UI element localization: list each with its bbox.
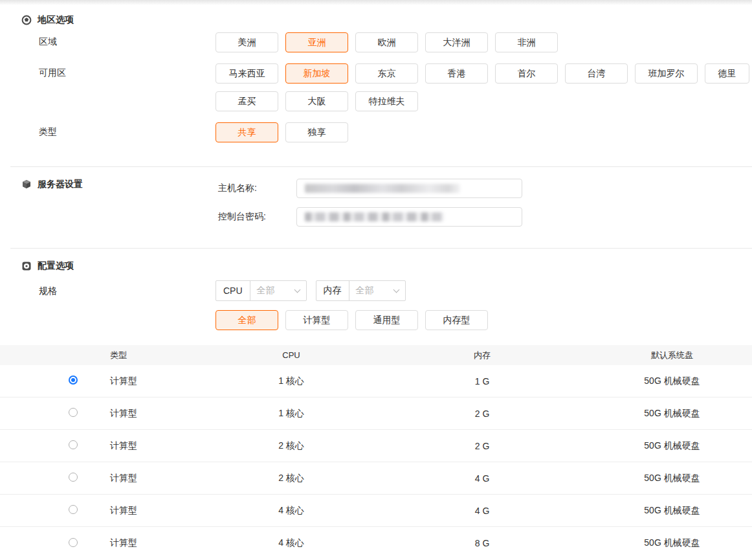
region-section-title-text: 地区选项 [38, 14, 74, 26]
type-option-dedicated[interactable]: 独享 [285, 122, 348, 142]
zone-option-tokyo[interactable]: 东京 [355, 63, 418, 84]
hostname-redacted-value [305, 184, 460, 193]
cell-memory: 1 G [372, 376, 592, 386]
top-shadow [0, 0, 752, 5]
spec-radio[interactable] [69, 538, 78, 547]
region-section-title: 地区选项 [21, 14, 752, 26]
spec-table-header: 类型 CPU 内存 默认系统盘 [0, 345, 752, 365]
hostname-label: 主机名称: [218, 183, 296, 194]
spec-row[interactable]: 计算型 4 核心 4 G 50G 机械硬盘 [0, 495, 752, 527]
cell-type: 计算型 [91, 375, 210, 387]
area-option-oceania[interactable]: 大洋洲 [425, 32, 488, 52]
spec-label: 规格 [39, 280, 216, 297]
console-password-redacted-value [305, 212, 444, 221]
spec-radio[interactable] [69, 505, 78, 514]
cell-disk: 50G 机械硬盘 [592, 473, 752, 484]
cell-cpu: 2 核心 [210, 440, 372, 452]
cpu-filter-select[interactable]: 全部 [250, 281, 306, 300]
cell-cpu: 1 核心 [210, 375, 372, 387]
zone-option-taiwan[interactable]: 台湾 [565, 63, 628, 84]
server-form: 主机名称: 控制台密码: [218, 179, 752, 227]
header-memory: 内存 [372, 350, 592, 361]
area-option-americas[interactable]: 美洲 [216, 32, 278, 52]
spec-table: 类型 CPU 内存 默认系统盘 计算型 1 核心 1 G 50G 机械硬盘 计算… [0, 345, 752, 559]
globe-badge-icon [21, 15, 32, 25]
memory-combo-label: 内存 [316, 281, 349, 300]
cpu-combo-label: CPU [216, 281, 250, 300]
config-section-title-text: 配置选项 [38, 260, 74, 272]
config-section-title: 配置选项 [21, 260, 752, 272]
zone-option-mumbai[interactable]: 孟买 [216, 91, 278, 111]
area-label: 区域 [39, 32, 216, 48]
spec-row[interactable]: 计算型 2 核心 4 G 50G 机械硬盘 [0, 462, 752, 495]
zone-option-malaysia[interactable]: 马来西亚 [216, 63, 278, 84]
cell-cpu: 1 核心 [210, 408, 372, 420]
cpu-filter-combo: CPU 全部 [216, 280, 307, 301]
cpu-filter-value: 全部 [257, 285, 275, 297]
cell-cpu: 2 核心 [210, 473, 372, 484]
type-option-shared[interactable]: 共享 [216, 122, 278, 142]
filter-option-general[interactable]: 通用型 [355, 310, 418, 330]
cell-type: 计算型 [91, 408, 210, 420]
region-section: 地区选项 区域 美洲 亚洲 欧洲 大洋洲 非洲 可用区 马来西亚 新加坡 东京 … [0, 5, 752, 142]
cell-memory: 2 G [372, 409, 592, 419]
cell-disk: 50G 机械硬盘 [592, 537, 752, 549]
memory-filter-value: 全部 [356, 285, 374, 297]
cell-disk: 50G 机械硬盘 [592, 408, 752, 420]
server-section-title: 服务器设置 [21, 179, 83, 190]
cell-memory: 2 G [372, 441, 592, 451]
spec-row[interactable]: 计算型 4 核心 8 G 50G 机械硬盘 [0, 527, 752, 559]
spec-radio[interactable] [69, 408, 78, 417]
type-options: 共享 独享 [216, 122, 348, 142]
server-section: 服务器设置 主机名称: 控制台密码: [0, 167, 752, 227]
cell-memory: 4 G [372, 473, 592, 484]
spec-combos: CPU 全部 内存 全部 [216, 280, 406, 301]
cube-icon [21, 179, 32, 190]
cell-disk: 50G 机械硬盘 [592, 505, 752, 517]
type-label: 类型 [39, 122, 216, 138]
area-option-africa[interactable]: 非洲 [495, 32, 558, 52]
spec-radio[interactable] [69, 375, 78, 385]
cell-disk: 50G 机械硬盘 [592, 440, 752, 452]
filter-option-compute[interactable]: 计算型 [285, 310, 348, 330]
spec-row[interactable]: 计算型 1 核心 2 G 50G 机械硬盘 [0, 398, 752, 430]
cell-disk: 50G 机械硬盘 [592, 375, 752, 387]
header-cpu: CPU [210, 350, 372, 360]
chevron-down-icon [294, 287, 300, 293]
zone-option-singapore[interactable]: 新加坡 [285, 63, 348, 84]
filter-option-memory[interactable]: 内存型 [425, 310, 488, 330]
memory-filter-select[interactable]: 全部 [349, 281, 405, 300]
category-filters: 全部 计算型 通用型 内存型 [216, 310, 488, 330]
server-section-title-text: 服务器设置 [38, 179, 83, 190]
memory-filter-combo: 内存 全部 [316, 280, 406, 301]
area-options: 美洲 亚洲 欧洲 大洋洲 非洲 [216, 32, 558, 52]
area-option-asia[interactable]: 亚洲 [285, 32, 348, 52]
cell-memory: 8 G [372, 538, 592, 548]
filter-option-all[interactable]: 全部 [216, 310, 278, 330]
zone-option-hongkong[interactable]: 香港 [425, 63, 488, 84]
zone-option-seoul[interactable]: 首尔 [495, 63, 558, 84]
zone-option-delhi[interactable]: 德里 [705, 63, 749, 84]
config-section: 配置选项 规格 CPU 全部 内存 全部 全部 计算型 [0, 249, 752, 559]
spec-radio[interactable] [69, 473, 78, 482]
cell-type: 计算型 [91, 473, 210, 484]
zone-option-osaka[interactable]: 大阪 [285, 91, 348, 111]
console-password-label: 控制台密码: [218, 211, 296, 223]
zone-option-tel-aviv[interactable]: 特拉维夫 [355, 91, 418, 111]
spec-row[interactable]: 计算型 1 核心 1 G 50G 机械硬盘 [0, 365, 752, 398]
cell-cpu: 4 核心 [210, 537, 372, 549]
area-option-europe[interactable]: 欧洲 [355, 32, 418, 52]
zone-option-bangalore[interactable]: 班加罗尔 [635, 63, 698, 84]
spec-radio[interactable] [69, 440, 78, 449]
hostname-input[interactable] [296, 179, 522, 198]
disk-icon [21, 261, 32, 271]
header-disk: 默认系统盘 [592, 350, 752, 361]
cell-type: 计算型 [91, 440, 210, 452]
zone-options: 马来西亚 新加坡 东京 香港 首尔 台湾 班加罗尔 德里 孟买 大阪 特拉维夫 [216, 63, 749, 111]
console-password-input[interactable] [296, 207, 522, 227]
cell-type: 计算型 [91, 505, 210, 517]
zone-label: 可用区 [39, 63, 216, 79]
spec-row[interactable]: 计算型 2 核心 2 G 50G 机械硬盘 [0, 430, 752, 462]
cell-cpu: 4 核心 [210, 505, 372, 517]
chevron-down-icon [393, 287, 399, 293]
